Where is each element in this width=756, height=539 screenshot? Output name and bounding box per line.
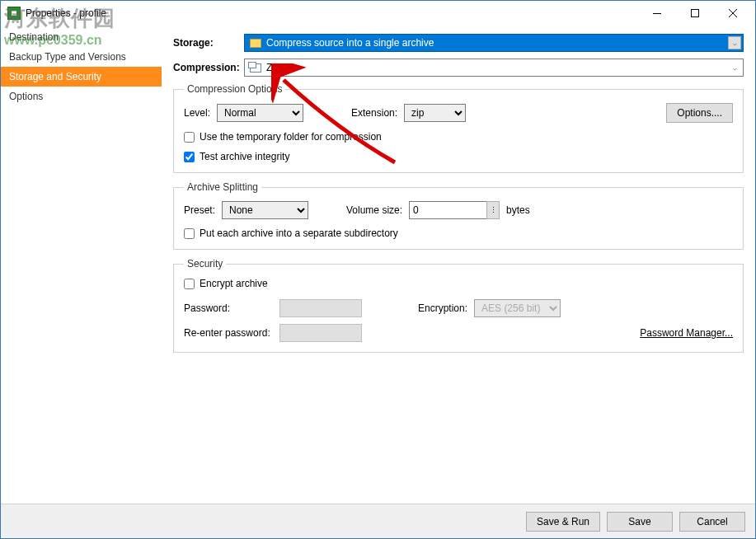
archive-splitting-legend: Archive Splitting <box>184 181 261 193</box>
repassword-label: Re-enter password: <box>184 327 273 339</box>
encryption-label: Encryption: <box>418 302 467 314</box>
separate-dir-label: Put each archive into a separate subdire… <box>200 227 398 239</box>
sidebar-item-options[interactable]: Options <box>1 87 162 106</box>
compression-options-legend: Compression Options <box>184 83 285 95</box>
compression-options-group: Compression Options Level: Normal Extens… <box>173 83 744 173</box>
cancel-button[interactable]: Cancel <box>679 512 745 532</box>
archive-splitting-group: Archive Splitting Preset: None Volume si… <box>173 181 744 250</box>
compression-value: Zip <box>266 62 280 73</box>
volume-size-input[interactable] <box>409 201 487 219</box>
sidebar-item-backup-type[interactable]: Backup Type and Versions <box>1 47 162 67</box>
security-legend: Security <box>184 258 226 270</box>
extension-dropdown[interactable]: zip <box>404 104 466 122</box>
minimize-icon <box>653 13 661 14</box>
chevron-down-icon: ⌵ <box>728 36 741 49</box>
save-run-button[interactable]: Save & Run <box>526 512 600 532</box>
titlebar: Properties - profile <box>1 1 755 26</box>
sidebar-item-label: Backup Type and Versions <box>9 51 126 63</box>
folder-icon <box>250 39 261 48</box>
volume-size-label: Volume size: <box>346 204 402 216</box>
bytes-label: bytes <box>506 204 530 216</box>
test-integrity-label: Test archive integrity <box>200 151 289 162</box>
preset-label: Preset: <box>184 204 215 216</box>
encrypt-checkbox[interactable] <box>184 279 195 289</box>
sidebar-item-label: Destination <box>9 31 59 43</box>
password-manager-link[interactable]: Password Manager... <box>640 327 733 339</box>
window-title: Properties - profile <box>26 7 638 19</box>
sidebar-item-label: Storage and Security <box>9 71 101 82</box>
password-label: Password: <box>184 302 273 314</box>
maximize-icon <box>691 9 699 17</box>
minimize-button[interactable] <box>638 1 676 26</box>
use-temp-checkbox[interactable] <box>184 132 195 143</box>
close-icon <box>729 9 737 17</box>
preset-dropdown[interactable]: None <box>222 201 308 219</box>
encrypt-label: Encrypt archive <box>200 278 268 289</box>
separate-dir-checkbox[interactable] <box>184 228 195 239</box>
extension-label: Extension: <box>351 107 397 119</box>
svg-rect-1 <box>692 10 699 17</box>
footer: Save & Run Save Cancel <box>1 504 755 538</box>
storage-label: Storage: <box>173 37 244 49</box>
sidebar-item-destination[interactable]: Destination <box>1 27 162 47</box>
volume-size-spinner[interactable]: ⋮ <box>486 201 500 219</box>
repassword-input <box>279 324 362 342</box>
app-icon <box>7 7 21 20</box>
storage-value: Compress source into a single archive <box>266 37 434 49</box>
sidebar: Destination Backup Type and Versions Sto… <box>1 26 162 504</box>
svg-rect-0 <box>653 13 661 14</box>
level-label: Level: <box>184 107 210 119</box>
maximize-button[interactable] <box>676 1 714 26</box>
use-temp-label: Use the temporary folder for compression <box>200 131 382 143</box>
save-button[interactable]: Save <box>607 512 673 532</box>
test-integrity-checkbox[interactable] <box>184 152 195 162</box>
main-panel: Storage: Compress source into a single a… <box>162 26 755 504</box>
password-input <box>279 299 362 317</box>
compression-dropdown[interactable]: Zip ⌵ <box>244 59 744 77</box>
security-group: Security Encrypt archive Password: Encry… <box>173 258 744 353</box>
chevron-down-icon: ⌵ <box>728 61 741 74</box>
options-button[interactable]: Options.... <box>666 103 733 123</box>
level-dropdown[interactable]: Normal <box>217 104 303 122</box>
encryption-dropdown: AES (256 bit) <box>474 299 561 317</box>
archive-icon <box>250 63 261 73</box>
sidebar-item-label: Options <box>9 91 43 102</box>
compression-label: Compression: <box>173 62 244 73</box>
sidebar-item-storage-security[interactable]: Storage and Security <box>1 67 162 87</box>
close-button[interactable] <box>714 1 752 26</box>
storage-dropdown[interactable]: Compress source into a single archive ⌵ <box>244 34 744 52</box>
